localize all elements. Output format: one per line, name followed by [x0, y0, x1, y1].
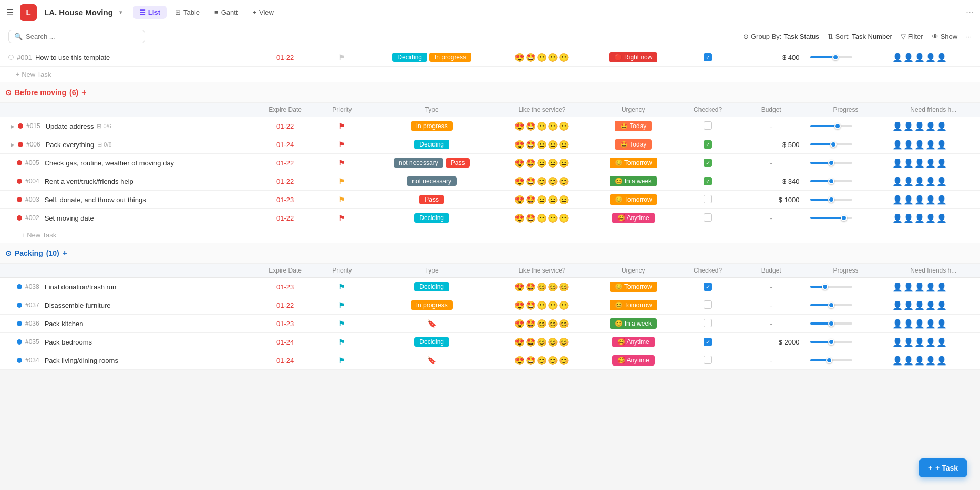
search-box[interactable]: 🔍: [8, 30, 145, 43]
task-checked[interactable]: ✓: [678, 333, 737, 351]
progress-track[interactable]: [810, 162, 852, 164]
progress-thumb[interactable]: [828, 302, 834, 308]
progress-track[interactable]: [810, 125, 852, 127]
nav-view[interactable]: + View: [246, 6, 280, 19]
task-checked[interactable]: [678, 296, 737, 315]
progress-track[interactable]: [810, 304, 852, 306]
task-type[interactable]: 🔖: [368, 315, 496, 333]
search-input[interactable]: [26, 33, 139, 40]
checkbox[interactable]: ✓: [704, 159, 712, 167]
checkbox[interactable]: [704, 121, 712, 130]
task-name[interactable]: How to use this template: [35, 54, 110, 61]
progress-track[interactable]: [810, 341, 852, 343]
progress-thumb[interactable]: [826, 357, 832, 363]
menu-icon[interactable]: ☰: [6, 7, 14, 17]
progress-track[interactable]: [810, 217, 852, 219]
progress-track[interactable]: [810, 286, 852, 288]
task-name[interactable]: Final donation/trash run: [45, 283, 117, 291]
task-type[interactable]: In progress: [368, 296, 496, 315]
task-type[interactable]: not necessary Pass: [368, 154, 496, 172]
group-add-packing[interactable]: +: [63, 248, 67, 258]
checkbox[interactable]: ✓: [704, 177, 712, 185]
group-by-action[interactable]: ⊙ Group By: Task Status: [743, 33, 819, 40]
progress-track[interactable]: [810, 199, 852, 201]
progress-thumb[interactable]: [828, 160, 834, 166]
progress-thumb[interactable]: [828, 320, 834, 327]
task-type[interactable]: 🔖: [368, 351, 496, 370]
progress-thumb[interactable]: [828, 339, 834, 345]
task-name[interactable]: Rent a vent/truck/friends help: [45, 178, 133, 185]
more-options[interactable]: ···: [966, 7, 974, 18]
filter-action[interactable]: ▽ Filter: [901, 33, 923, 40]
task-name[interactable]: Pack everything: [46, 141, 95, 149]
task-checked[interactable]: [678, 191, 737, 209]
new-task-label[interactable]: + New Task: [0, 67, 980, 82]
new-task-label[interactable]: + New Task: [0, 227, 980, 243]
progress-thumb[interactable]: [828, 178, 834, 184]
checkbox[interactable]: [704, 213, 712, 222]
group-add-before[interactable]: +: [81, 88, 86, 97]
task-name[interactable]: Update address: [46, 122, 94, 130]
project-dropdown[interactable]: ▾: [119, 9, 122, 16]
checkbox[interactable]: ✓: [704, 338, 712, 346]
task-name[interactable]: Disassemble furniture: [45, 301, 111, 309]
expand-icon[interactable]: ▶: [11, 142, 15, 148]
progress-track[interactable]: [810, 56, 852, 58]
task-checked[interactable]: ✓: [678, 172, 737, 191]
task-type[interactable]: In progress: [368, 117, 496, 135]
progress-track[interactable]: [810, 322, 852, 325]
progress-thumb[interactable]: [828, 196, 834, 203]
new-task-row-before[interactable]: + New Task: [0, 227, 980, 243]
checkbox[interactable]: ✓: [704, 140, 712, 149]
progress-thumb[interactable]: [834, 123, 841, 129]
task-name[interactable]: Sell, donate, and throw out things: [45, 196, 146, 204]
progress-track[interactable]: [810, 359, 852, 361]
checkbox[interactable]: [704, 356, 712, 364]
task-type[interactable]: Deciding: [368, 278, 496, 296]
progress-track[interactable]: [810, 143, 852, 145]
progress-thumb[interactable]: [841, 215, 847, 221]
task-checked[interactable]: ✓: [678, 278, 737, 296]
task-name[interactable]: Set moving date: [45, 214, 94, 222]
nav-list[interactable]: ☰ List: [133, 6, 167, 19]
task-checked[interactable]: [678, 117, 737, 135]
task-progress: [805, 172, 887, 191]
progress-thumb[interactable]: [822, 284, 828, 290]
task-name[interactable]: Pack living/dining rooms: [45, 357, 118, 364]
task-name[interactable]: Check gas, routine, weather of moving da…: [45, 159, 174, 167]
task-checked[interactable]: ✓: [678, 135, 737, 154]
checkbox[interactable]: ✓: [704, 53, 712, 61]
task-type[interactable]: not necessary: [368, 172, 496, 191]
progress-thumb[interactable]: [830, 141, 837, 148]
nav-gantt[interactable]: ≡ Gantt: [208, 6, 244, 19]
nav-table[interactable]: ⊞ Table: [169, 6, 206, 19]
task-type[interactable]: Deciding: [368, 333, 496, 351]
expand-icon[interactable]: ▶: [11, 123, 15, 129]
new-task-row-top[interactable]: + New Task: [0, 67, 980, 82]
task-type[interactable]: Deciding: [368, 209, 496, 227]
task-checked[interactable]: ✓: [678, 48, 737, 67]
sort-action[interactable]: ⇅ Sort: Task Number: [828, 33, 892, 40]
more-toolbar[interactable]: ···: [966, 33, 972, 40]
task-date: 01-23: [254, 191, 316, 209]
task-name[interactable]: Pack bedrooms: [45, 338, 92, 346]
task-checked[interactable]: ✓: [678, 154, 737, 172]
checkbox[interactable]: ✓: [704, 283, 712, 291]
task-checked[interactable]: [678, 351, 737, 370]
checkbox[interactable]: [704, 319, 712, 327]
task-type[interactable]: Deciding In progress: [368, 48, 496, 67]
progress-track[interactable]: [810, 180, 852, 182]
checkbox[interactable]: [704, 195, 712, 203]
show-action[interactable]: 👁 Show: [932, 33, 958, 40]
group-collapse-icon[interactable]: ⊙: [5, 88, 12, 97]
task-checked[interactable]: [678, 209, 737, 227]
task-date: 01-22: [254, 48, 316, 67]
task-type[interactable]: Deciding: [368, 135, 496, 154]
task-type[interactable]: Pass: [368, 191, 496, 209]
progress-thumb[interactable]: [832, 54, 839, 60]
task-name[interactable]: Pack kitchen: [45, 320, 84, 328]
flag-icon: ⚑: [338, 140, 345, 149]
group-collapse-icon[interactable]: ⊙: [5, 249, 12, 257]
checkbox[interactable]: [704, 300, 712, 309]
task-checked[interactable]: [678, 315, 737, 333]
